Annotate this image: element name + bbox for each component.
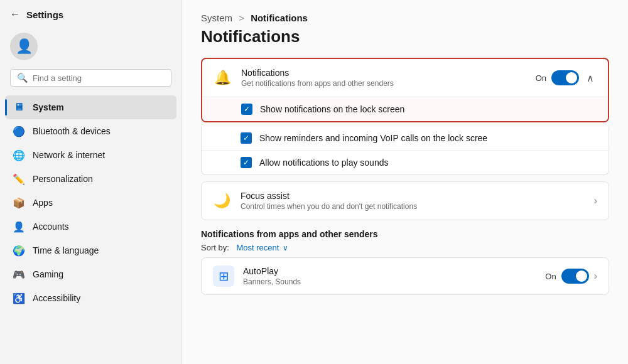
- sounds-checkbox-row[interactable]: ✓ Allow notifications to play sounds: [202, 151, 609, 174]
- sidebar-item-network[interactable]: 🌐 Network & internet: [5, 143, 176, 167]
- breadcrumb: System > Notifications: [201, 13, 609, 23]
- apps-nav-icon: 📦: [13, 196, 25, 209]
- notifications-title: Notifications: [241, 68, 526, 78]
- sidebar-item-accounts[interactable]: 👤 Accounts: [5, 215, 176, 238]
- autoplay-sub: Banners, Sounds: [243, 277, 536, 286]
- accounts-nav-label: Accounts: [33, 222, 69, 232]
- sort-row: Sort by: Most recent ∨: [201, 243, 609, 252]
- page-title: Notifications: [201, 27, 609, 46]
- sidebar-item-time[interactable]: 🌍 Time & language: [5, 238, 176, 262]
- main-content: System > Notifications Notifications 🔔 N…: [182, 0, 628, 364]
- notifications-card: 🔔 Notifications Get notifications from a…: [201, 58, 609, 122]
- sidebar-item-bluetooth[interactable]: 🔵 Bluetooth & devices: [5, 119, 176, 143]
- personalization-nav-icon: ✏️: [13, 173, 25, 185]
- breadcrumb-system[interactable]: System: [201, 13, 232, 23]
- notifications-toggle[interactable]: [551, 70, 579, 85]
- autoplay-control: On ›: [545, 269, 597, 284]
- sidebar-item-gaming[interactable]: 🎮 Gaming: [5, 262, 176, 286]
- back-button[interactable]: ←: [10, 9, 20, 20]
- voip-checkbox-row[interactable]: ✓ Show reminders and incoming VoIP calls…: [202, 126, 609, 151]
- accounts-nav-icon: 👤: [13, 220, 25, 233]
- time-nav-label: Time & language: [33, 245, 99, 255]
- notifications-control: On ∧: [536, 70, 597, 85]
- user-area: 👤: [0, 26, 181, 69]
- accessibility-nav-label: Accessibility: [33, 293, 80, 303]
- sort-chevron-icon: ∨: [283, 244, 288, 252]
- bluetooth-nav-icon: 🔵: [13, 125, 25, 137]
- sounds-checkbox[interactable]: ✓: [241, 157, 252, 168]
- bluetooth-nav-label: Bluetooth & devices: [33, 126, 111, 136]
- moon-icon: 🌙: [213, 193, 230, 209]
- sidebar-title: Settings: [26, 9, 63, 20]
- gaming-nav-icon: 🎮: [13, 268, 25, 281]
- autoplay-name: AutoPlay: [243, 266, 536, 276]
- bell-icon: 🔔: [214, 70, 231, 86]
- autoplay-icon: ⊞: [213, 265, 234, 287]
- system-nav-label: System: [33, 102, 64, 112]
- search-icon: 🔍: [17, 73, 28, 83]
- sidebar-item-apps[interactable]: 📦 Apps: [5, 191, 176, 215]
- sidebar: ← Settings 👤 🔍 🖥 System 🔵 Bluetooth & de…: [0, 0, 182, 364]
- network-nav-label: Network & internet: [33, 150, 105, 160]
- notifications-toggle-label: On: [536, 73, 546, 83]
- nav-list: 🖥 System 🔵 Bluetooth & devices 🌐 Network…: [0, 93, 181, 364]
- notifications-setting-row[interactable]: 🔔 Notifications Get notifications from a…: [202, 59, 608, 97]
- focus-assist-control: ›: [594, 195, 597, 206]
- focus-assist-chevron-icon: ›: [594, 195, 597, 206]
- avatar: 👤: [10, 33, 38, 60]
- notifications-desc: Get notifications from apps and other se…: [241, 79, 526, 88]
- sidebar-item-personalization[interactable]: ✏️ Personalization: [5, 167, 176, 191]
- apps-nav-label: Apps: [33, 198, 53, 208]
- personalization-nav-label: Personalization: [33, 174, 93, 184]
- search-input[interactable]: [33, 73, 165, 83]
- voip-label: Show reminders and incoming VoIP calls o…: [259, 133, 487, 143]
- network-nav-icon: 🌐: [13, 149, 25, 161]
- more-checkboxes-card: ✓ Show reminders and incoming VoIP calls…: [201, 126, 609, 175]
- lock-screen-checkbox[interactable]: ✓: [241, 104, 252, 115]
- autoplay-app-row[interactable]: ⊞ AutoPlay Banners, Sounds On ›: [201, 257, 609, 295]
- sidebar-item-system[interactable]: 🖥 System: [5, 95, 176, 119]
- autoplay-toggle-label: On: [545, 272, 556, 281]
- sidebar-header: ← Settings: [0, 0, 181, 26]
- breadcrumb-current: Notifications: [251, 13, 308, 23]
- sidebar-item-accessibility[interactable]: ♿ Accessibility: [5, 286, 176, 310]
- focus-assist-title: Focus assist: [241, 191, 584, 201]
- accessibility-nav-icon: ♿: [13, 292, 25, 304]
- sort-link[interactable]: Most recent: [236, 243, 279, 252]
- notifications-expand-icon[interactable]: ∧: [584, 71, 597, 85]
- sort-prefix: Sort by:: [201, 243, 229, 252]
- system-nav-icon: 🖥: [13, 101, 25, 114]
- autoplay-chevron-icon: ›: [594, 270, 597, 282]
- sounds-label: Allow notifications to play sounds: [259, 158, 388, 168]
- focus-assist-desc: Control times when you do and don't get …: [241, 202, 584, 211]
- lock-screen-checkbox-row[interactable]: ✓ Show notifications on the lock screen: [202, 97, 608, 121]
- lock-screen-label: Show notifications on the lock screen: [260, 104, 404, 114]
- search-box[interactable]: 🔍: [10, 69, 171, 87]
- autoplay-toggle[interactable]: [561, 269, 589, 284]
- focus-assist-row[interactable]: 🌙 Focus assist Control times when you do…: [202, 182, 609, 220]
- apps-section-label: Notifications from apps and other sender…: [201, 229, 609, 239]
- voip-checkbox[interactable]: ✓: [241, 132, 252, 144]
- time-nav-icon: 🌍: [13, 244, 25, 257]
- gaming-nav-label: Gaming: [33, 269, 63, 279]
- focus-assist-card: 🌙 Focus assist Control times when you do…: [201, 181, 609, 220]
